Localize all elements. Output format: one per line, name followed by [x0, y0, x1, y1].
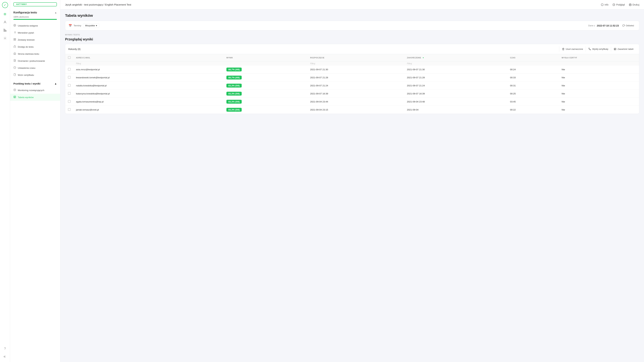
nav-wzor-certyfikatu[interactable]: Wzór certyfikatu [10, 72, 60, 78]
progress-bar-track [14, 19, 57, 20]
nav-zestawy-testowe[interactable]: Zestawy testowe [10, 36, 60, 43]
nav-tabela-wynikow[interactable]: Tabela wyników [10, 94, 60, 101]
table-toolbar: Rekordy (8) Usuń zaznaczone Wyślij certy… [65, 44, 639, 54]
svg-rect-3 [6, 30, 6, 32]
cell-email-3: katarzyna.kowalska@testportal.pl [73, 90, 224, 98]
row-checkbox-5[interactable] [68, 108, 70, 111]
svg-point-0 [4, 21, 6, 22]
sidebar-item-analytics[interactable] [2, 27, 8, 34]
progress-section: 100% ukończono [10, 16, 60, 22]
delete-selected-button[interactable]: Usuń zaznaczone [559, 46, 586, 52]
print-label: Drukuj [632, 3, 639, 6]
table-content-button[interactable]: Zawartość tabeli [611, 46, 636, 52]
table-row: agata.tomaszewska@wp.pl 83,3% (5/6) 2021… [65, 98, 639, 106]
przebieg-heading: Przebieg testu i wyniki ▲ [10, 79, 60, 87]
cell-score-0: 66,7% (4/6) [224, 66, 308, 74]
przebieg-chevron-icon[interactable]: ▲ [54, 82, 57, 85]
nav-label: Zestawy testowe [18, 38, 35, 41]
konfiguracja-chevron-icon[interactable]: ▲ [54, 11, 57, 14]
refresh-button[interactable]: Odśwież [620, 24, 636, 28]
sidebar-item-grid[interactable]: ⊞ [2, 11, 8, 18]
home-icon [14, 52, 16, 56]
select-all-checkbox[interactable] [68, 56, 70, 59]
svg-rect-31 [614, 48, 616, 50]
cell-email-4: agata.tomaszewska@wp.pl [73, 98, 224, 106]
row-checkbox-0[interactable] [68, 68, 70, 70]
main-content: Język angielski - test poziomujący / Eng… [60, 0, 644, 362]
cell-time-1: 00:33 [507, 74, 559, 82]
nav-label: Strona startowa testu [18, 53, 39, 55]
print-button[interactable]: Drukuj [629, 3, 639, 6]
svg-rect-13 [15, 38, 16, 39]
calendar-icon: 📅 [68, 24, 72, 27]
nav-ustawienia-czasu[interactable]: Ustawienia czasu [10, 64, 60, 72]
sidebar-item-help[interactable]: ? [2, 345, 8, 352]
clock-icon [14, 66, 16, 70]
page-title: Tabela wyników [65, 14, 639, 18]
sidebar-item-settings[interactable] [2, 35, 8, 42]
nav-ustawienia-wstepne[interactable]: Ustawienia wstępne [10, 22, 60, 29]
nav-strona-startowa[interactable]: Strona startowa testu [10, 50, 60, 57]
nav-monitoring[interactable]: Monitoring rozwiązujących [10, 87, 60, 94]
nav-ocenianie[interactable]: Ocenianie i podsumowanie [10, 57, 60, 64]
filter-end[interactable]: Filtruj [407, 62, 412, 65]
row-checkbox-3[interactable] [68, 92, 70, 95]
logo-check-icon: ✓ [4, 3, 6, 7]
info-button[interactable]: Info [601, 3, 608, 6]
app-logo[interactable]: ✓ [2, 2, 8, 8]
table-row: lewandowski.tomek@testportal.pl 66,7% (4… [65, 74, 639, 82]
terminy-dropdown[interactable]: Wszystkie ▾ [83, 23, 100, 28]
svg-rect-1 [4, 29, 4, 32]
sidebar-item-back[interactable] [2, 353, 8, 360]
nav-dostep[interactable]: Dostęp do testu [10, 43, 60, 50]
cell-end-1: 2021-09-07 21:28 [404, 74, 507, 82]
row-checkbox-1[interactable] [68, 76, 70, 79]
nav-label: Wzór certyfikatu [18, 74, 34, 76]
active-badge: AKTYWNY [14, 2, 57, 6]
cell-end-4: 2021-09-04 23:48 [404, 98, 507, 106]
header-checkbox[interactable] [65, 54, 73, 61]
content-area: Tabela wyników 📅 Terminy Wszystkie ▾ Dan… [60, 10, 644, 362]
sort-icon: ▼ [422, 57, 424, 59]
cell-time-4: 03:45 [507, 98, 559, 106]
send-cert-button[interactable]: Wyślij certyfikaty [586, 46, 611, 52]
col-header-end[interactable]: ZAKOŃCZENIE ▼ [404, 54, 507, 61]
filter-right: Dane z 2022-07-18 11:52:23 Odśwież [588, 24, 636, 28]
col-header-time: CZAS [507, 54, 559, 61]
dane-z-label: Dane z [588, 24, 595, 27]
results-table-container: Rekordy (8) Usuń zaznaczone Wyślij certy… [65, 44, 639, 114]
filter-bar: 📅 Terminy Wszystkie ▾ Dane z 2022-07-18 … [65, 21, 639, 30]
cell-start-0: 2021-09-07 21:30 [308, 66, 404, 74]
sidebar: AKTYWNY Konfiguracja testu ▲ 100% ukończ… [10, 0, 60, 362]
svg-rect-22 [14, 96, 16, 98]
sidebar-item-users[interactable] [2, 19, 8, 26]
refresh-label: Odśwież [626, 24, 634, 27]
cell-end-2: 2021-09-07 21:24 [404, 82, 507, 90]
filter-email[interactable]: Filtruj [76, 62, 81, 65]
cell-score-4: 83,3% (5/6) [224, 98, 308, 106]
nav-label: Menedżer pytań [18, 32, 34, 34]
svg-rect-15 [14, 40, 14, 40]
svg-point-5 [14, 25, 15, 26]
cell-email-0: asia.mroz@testportal.pl [73, 66, 224, 74]
cell-start-5: 2021-09-04 23:15 [308, 106, 404, 114]
cell-score-3: 83,3% (5/6) [224, 90, 308, 98]
nav-label: Ustawienia czasu [18, 67, 36, 69]
table-row: asia.mroz@testportal.pl 66,7% (4/6) 2021… [65, 66, 639, 74]
cell-end-3: 2021-09-07 16:39 [404, 90, 507, 98]
col-header-score: WYNIK [224, 54, 308, 61]
cell-start-1: 2021-09-07 21:28 [308, 74, 404, 82]
table-row: katarzyna.kowalska@testportal.pl 83,3% (… [65, 90, 639, 98]
cell-start-4: 2021-09-04 23:44 [308, 98, 404, 106]
filter-start[interactable]: Filtruj [310, 62, 315, 65]
svg-rect-2 [5, 30, 5, 32]
nav-label: Ocenianie i podsumowanie [18, 60, 45, 62]
row-checkbox-2[interactable] [68, 84, 70, 87]
row-checkbox-4[interactable] [68, 100, 70, 103]
cell-cert-4: Nie [559, 98, 639, 106]
preview-button[interactable]: Podgląd [612, 3, 625, 6]
table-header-row: ADRES E-MAIL WYNIK ROZPOCZĘCIE ZAKOŃCZEN… [65, 54, 639, 61]
filter-date-value: 2022-07-18 11:52:23 [597, 24, 619, 27]
nav-menedzer-pytan[interactable]: Menedżer pytań [10, 29, 60, 36]
cell-email-5: janiak.tomasz@onet.pl [73, 106, 224, 114]
